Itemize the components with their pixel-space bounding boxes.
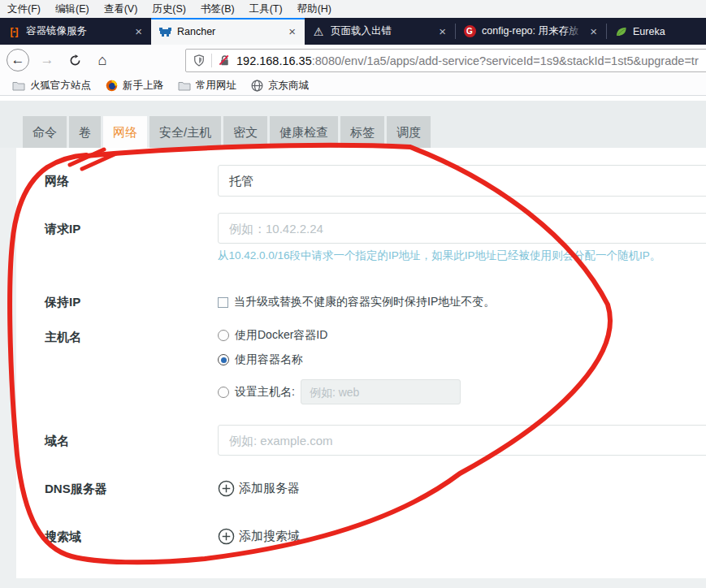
browser-tab-load-error[interactable]: ⚠ 页面载入出错 × (305, 18, 455, 45)
rancher-icon (158, 25, 171, 38)
browser-tab-rancher[interactable]: Rancher × (151, 18, 305, 45)
browser-window: 文件(F) 编辑(E) 查看(V) 历史(S) 书签(B) 工具(T) 帮助(H… (0, 0, 706, 588)
radio-label: 使用Docker容器ID (235, 328, 327, 343)
dns-server-label: DNS服务器 (45, 479, 207, 499)
insecure-lock-icon[interactable] (218, 54, 231, 67)
bookmarks-bar: 火狐官方站点 新手上路 常用网址 京东商城 (0, 76, 706, 96)
aliyun-registry-icon: [-] (7, 25, 20, 38)
domain-label: 域名 (45, 431, 207, 451)
shield-icon[interactable] (193, 54, 206, 67)
menu-bookmarks[interactable]: 书签(B) (193, 2, 242, 16)
hostname-option-docker-id[interactable]: 使用Docker容器ID (218, 328, 327, 343)
tab-title: Eureka (633, 26, 699, 37)
add-search-domain-label: 添加搜索域 (239, 529, 300, 544)
close-icon[interactable]: × (437, 24, 448, 38)
url-path: :8080/env/1a5/apps/add-service?serviceId… (312, 54, 699, 67)
close-icon[interactable]: × (287, 24, 297, 38)
hostname-option-set-hostname[interactable]: 设置主机名: (218, 379, 461, 404)
tab-title: Rancher (177, 26, 281, 37)
reload-button[interactable] (63, 49, 86, 71)
browser-tab-eureka[interactable]: Eureka (607, 18, 706, 45)
warning-icon: ⚠ (312, 25, 325, 38)
home-button[interactable]: ⌂ (91, 49, 114, 71)
tab-title: config-repo: 用来存放 (482, 24, 583, 38)
firefox-icon (106, 80, 118, 92)
menu-view[interactable]: 查看(V) (97, 2, 145, 16)
hostname-label: 主机名 (45, 327, 207, 347)
requested-ip-help: 从10.42.0.0/16段中请求一个指定的IP地址，如果此IP地址已经被使用则… (218, 249, 661, 263)
circle-plus-icon (218, 480, 235, 497)
radio-icon[interactable] (218, 354, 229, 365)
tab-title: 页面载入出错 (331, 24, 431, 38)
bookmark-common-sites[interactable]: 常用网址 (172, 79, 242, 93)
tab-network[interactable]: 网络 (103, 116, 147, 148)
bookmark-label: 新手上路 (123, 79, 163, 93)
retain-ip-label: 保持IP (45, 292, 207, 312)
browser-tab-bar: [-] 容器镜像服务 × Rancher × ⚠ 页面载入出错 × G conf… (0, 18, 706, 45)
tab-health-check[interactable]: 健康检查 (270, 116, 338, 148)
add-search-domain-button[interactable]: 添加搜索域 (218, 528, 300, 545)
url-host: 192.168.16.35 (236, 54, 312, 67)
requested-ip-label: 请求IP (45, 219, 207, 239)
tab-command[interactable]: 命令 (23, 116, 67, 148)
browser-tab-config-repo[interactable]: G config-repo: 用来存放 × (456, 18, 606, 45)
tab-title: 容器镜像服务 (26, 24, 128, 38)
spring-leaf-icon (614, 25, 627, 38)
requested-ip-input[interactable] (218, 213, 706, 244)
url-text[interactable]: 192.168.16.35:8080/env/1a5/apps/add-serv… (236, 54, 699, 67)
retain-ip-checkbox[interactable] (218, 297, 228, 308)
circle-plus-icon (218, 528, 235, 545)
network-form-panel: 网络 托管 请求IP 从10.42.0.0/16段中请求一个指定的IP地址，如果… (16, 148, 706, 578)
menu-file[interactable]: 文件(F) (0, 2, 48, 16)
bookmark-label: 火狐官方站点 (30, 79, 91, 93)
search-domain-label: 搜索域 (45, 527, 207, 547)
url-divider (211, 54, 212, 67)
retain-ip-option[interactable]: 当升级或替换不健康的容器实例时保持IP地址不变。 (218, 295, 495, 309)
bookmark-label: 京东商城 (268, 79, 309, 93)
back-button[interactable]: ← (6, 49, 29, 71)
folder-icon (12, 80, 25, 91)
browser-tab-registry[interactable]: [-] 容器镜像服务 × (0, 18, 151, 45)
radio-label: 设置主机名: (235, 385, 295, 400)
hostname-option-container-name[interactable]: 使用容器名称 (218, 352, 303, 367)
forward-button[interactable]: → (36, 49, 58, 71)
gitee-icon: G (463, 25, 476, 38)
folder-icon (178, 80, 191, 91)
bookmark-label: 常用网址 (196, 79, 236, 93)
radio-label: 使用容器名称 (235, 352, 303, 367)
set-hostname-input[interactable] (301, 379, 461, 404)
bookmark-jd-mall[interactable]: 京东商城 (245, 79, 314, 93)
menu-tools[interactable]: 工具(T) (242, 2, 290, 16)
network-label: 网络 (45, 171, 207, 191)
navigation-toolbar: ← → ⌂ 192.168.16.35:8080/env/1a5/apps/ad… (0, 45, 706, 76)
retain-ip-checkbox-label: 当升级或替换不健康的容器实例时保持IP地址不变。 (234, 295, 495, 309)
close-icon[interactable]: × (133, 24, 144, 38)
tab-security-host[interactable]: 安全/主机 (149, 116, 221, 148)
menu-history[interactable]: 历史(S) (145, 2, 193, 16)
url-bar[interactable]: 192.168.16.35:8080/env/1a5/apps/add-serv… (185, 49, 706, 72)
tab-scheduling[interactable]: 调度 (387, 116, 431, 148)
tab-secrets[interactable]: 密文 (223, 116, 267, 148)
menu-bar: 文件(F) 编辑(E) 查看(V) 历史(S) 书签(B) 工具(T) 帮助(H… (0, 0, 706, 18)
rancher-add-service-page: 命令 卷 网络 安全/主机 密文 健康检查 标签 调度 网络 托管 请求IP 从… (0, 96, 706, 588)
radio-icon[interactable] (218, 387, 229, 398)
menu-help[interactable]: 帮助(H) (290, 2, 339, 16)
bookmark-getting-started[interactable]: 新手上路 (100, 79, 169, 93)
menu-edit[interactable]: 编辑(E) (48, 2, 97, 16)
radio-icon[interactable] (218, 330, 229, 341)
network-select[interactable]: 托管 (218, 165, 706, 197)
add-dns-server-button[interactable]: 添加服务器 (218, 480, 300, 497)
tab-volumes[interactable]: 卷 (69, 116, 101, 148)
bookmark-firefox-official[interactable]: 火狐官方站点 (6, 79, 97, 93)
close-icon[interactable]: × (588, 24, 599, 38)
tab-labels[interactable]: 标签 (340, 116, 384, 148)
add-dns-server-label: 添加服务器 (239, 481, 300, 496)
globe-icon (251, 80, 263, 92)
section-tabs: 命令 卷 网络 安全/主机 密文 健康检查 标签 调度 (23, 116, 431, 148)
domain-input[interactable] (218, 425, 706, 456)
